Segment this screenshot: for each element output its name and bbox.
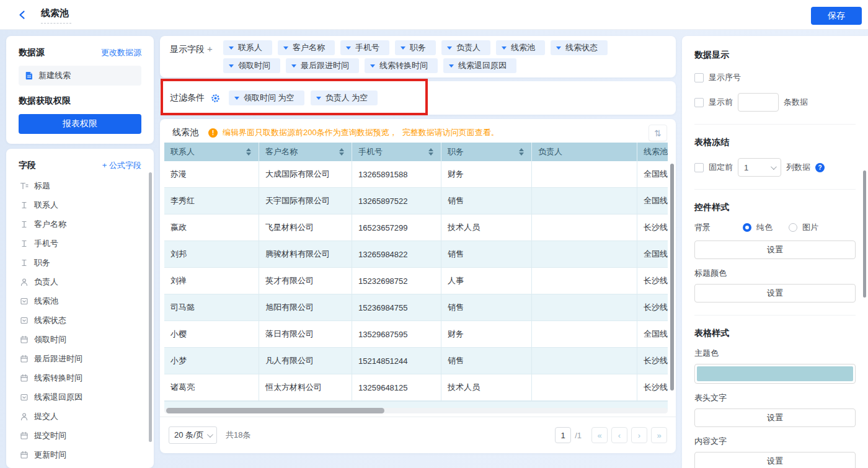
column-header-label: 客户名称 [265,146,298,157]
column-header-线索池[interactable]: 线索池 [637,143,668,161]
table-cell [532,268,637,294]
column-header-联系人[interactable]: 联系人 [164,143,259,161]
table-header-row: 联系人客户名称手机号职务负责人线索池 [164,143,668,161]
settings-scrollbar[interactable] [863,170,866,298]
table-cell: 小樱 [164,321,259,348]
field-item-最后跟进时间[interactable]: 最后跟进时间 [19,349,141,368]
text-icon [20,239,29,248]
display-field-chip-负责人[interactable]: 负责人 [441,40,490,55]
column-header-客户名称[interactable]: 客户名称 [259,143,352,161]
image-radio[interactable] [789,223,797,232]
first-page-icon[interactable]: « [591,427,608,443]
field-item-职务[interactable]: 职务 [19,253,141,272]
field-item-线索池[interactable]: 线索池 [19,291,141,311]
report-permission-button[interactable]: 报表权限 [19,114,141,134]
horizontal-scrollbar[interactable] [166,408,384,413]
last-page-icon[interactable]: » [651,427,667,443]
person-icon [20,278,29,286]
field-item-线索退回原因[interactable]: 线索退回原因 [19,387,141,407]
field-item-领取时间[interactable]: 领取时间 [19,330,141,349]
display-field-chip-线索池[interactable]: 线索池 [496,40,545,55]
help-icon[interactable]: ? [815,163,825,172]
display-field-chip-线索转换时间[interactable]: 线索转换时间 [365,58,438,73]
field-item-提交人[interactable]: 提交人 [19,407,141,426]
text-icon [20,220,29,229]
next-page-icon[interactable]: › [631,427,647,443]
display-field-chip-客户名称[interactable]: 客户名称 [278,40,335,55]
show-first-suffix: 条数据 [784,97,808,108]
field-item-线索状态[interactable]: 线索状态 [19,311,141,330]
show-first-count-input[interactable] [738,93,779,112]
show-index-checkbox[interactable] [694,73,704,82]
chip-label: 最后跟进时间 [301,60,349,71]
content-text-set-button[interactable]: 设置 [694,452,856,468]
page-size-select[interactable]: 20 条/页 [169,426,217,444]
filter-chip-领取时间 为空[interactable]: 领取时间 为空 [229,91,304,105]
total-count: 共18条 [226,430,250,441]
field-item-手机号[interactable]: 手机号 [19,234,141,253]
table-cell: 13259648125 [352,374,441,401]
back-icon[interactable] [17,9,30,21]
table-vertical-scrollbar[interactable] [670,164,674,391]
background-label: 背景 [694,222,738,233]
freeze-checkbox[interactable] [694,163,704,172]
chip-label: 线索状态 [565,42,598,53]
field-item-label: 最后跟进时间 [34,353,82,364]
date-icon [20,335,29,344]
table-cell: 英才有限公司 [259,268,352,294]
add-formula-field-link[interactable]: + 公式字段 [102,160,141,171]
table-cell: 长沙线索池 [637,374,668,401]
table-cell: 刘禅 [164,268,259,294]
background-set-button[interactable]: 设置 [694,241,856,259]
freeze-count-select[interactable]: 1 [738,158,781,177]
filter-settings-gear-icon[interactable] [211,94,220,103]
field-item-提交时间[interactable]: 提交时间 [19,426,141,445]
header-text-set-button[interactable]: 设置 [694,408,856,427]
field-item-更新时间[interactable]: 更新时间 [19,445,141,464]
display-field-chip-最后跟进时间[interactable]: 最后跟进时间 [286,58,359,73]
sort-arrows-icon[interactable] [519,148,525,156]
sort-arrows-icon[interactable] [428,148,435,156]
page-size-value: 20 条/页 [174,430,204,441]
column-header-职务[interactable]: 职务 [441,143,532,161]
chip-label: 负责人 [456,42,480,53]
prev-page-icon[interactable]: ‹ [611,427,627,443]
table-row: 诸葛亮恒太方材料公司13259648125技术人员长沙线索池 [164,374,668,401]
dropdown-caret-icon [401,46,405,50]
field-item-联系人[interactable]: 联系人 [19,195,141,214]
display-field-chip-线索退回原因[interactable]: 线索退回原因 [443,58,516,73]
field-item-线索转换时间[interactable]: 线索转换时间 [19,368,141,387]
title-color-set-button[interactable]: 设置 [694,284,856,302]
display-field-chip-线索状态[interactable]: 线索状态 [551,40,608,55]
datasource-item[interactable]: 新建线索 [19,66,141,86]
field-item-标题[interactable]: 标题 [19,176,141,195]
person-icon [20,412,29,421]
display-field-chips: 联系人客户名称手机号职务负责人线索池线索状态领取时间最后跟进时间线索转换时间线索… [223,40,608,73]
sort-arrows-icon[interactable] [246,148,252,156]
solid-color-radio[interactable] [743,223,751,232]
display-field-chip-联系人[interactable]: 联系人 [223,40,272,55]
field-item-label: 线索状态 [34,315,66,326]
table-cell: 15232698752 [352,268,441,294]
show-first-checkbox[interactable] [694,98,704,107]
display-field-chip-领取时间[interactable]: 领取时间 [223,58,280,73]
theme-color-picker[interactable] [694,364,856,384]
fields-scrollbar[interactable] [149,172,152,442]
sort-arrows-icon[interactable] [339,148,345,156]
display-field-chip-手机号[interactable]: 手机号 [340,40,389,55]
field-item-客户名称[interactable]: 客户名称 [19,214,141,234]
change-datasource-link[interactable]: 更改数据源 [101,47,141,58]
display-field-chip-职务[interactable]: 职务 [395,40,436,55]
add-display-field-button[interactable]: + [207,43,213,54]
sort-order-icon[interactable]: ⇅ [649,125,667,141]
theme-color-swatch [697,366,853,381]
filter-chip-负责人 为空[interactable]: 负责人 为空 [311,91,378,105]
column-header-负责人[interactable]: 负责人 [532,143,637,161]
current-page-input[interactable] [555,427,571,443]
table-preview-warning-link[interactable]: 完整数据请访问页面查看。 [402,127,499,138]
field-item-负责人[interactable]: 负责人 [19,272,141,291]
pagination-bar: 20 条/页 共18条 /1 «‹›» [160,417,676,453]
save-button[interactable]: 保存 [811,7,862,25]
table-cell: 长沙线索池 [637,214,668,241]
column-header-手机号[interactable]: 手机号 [352,143,441,161]
